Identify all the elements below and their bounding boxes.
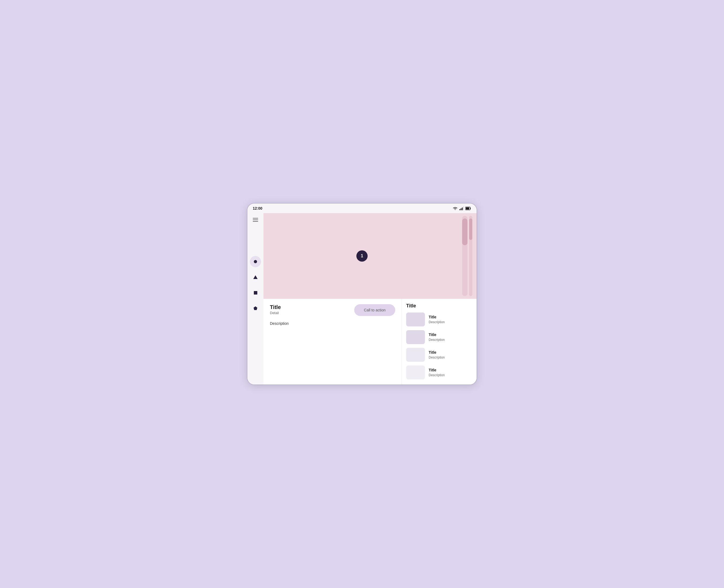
sidebar-item-triangle[interactable] bbox=[250, 272, 261, 283]
sidebar-nav bbox=[250, 256, 261, 314]
content-header: Title Detail Call to action bbox=[270, 304, 395, 316]
status-time: 12:00 bbox=[253, 206, 262, 210]
list-item-thumb-2 bbox=[406, 330, 425, 344]
menu-bar-3 bbox=[253, 221, 258, 222]
list-item-desc-2: Description bbox=[429, 338, 445, 342]
content-title-block: Title Detail bbox=[270, 304, 281, 315]
sidebar-item-square[interactable] bbox=[250, 287, 261, 298]
list-item: Title Description bbox=[406, 313, 472, 327]
list-item-desc-3: Description bbox=[429, 356, 445, 359]
menu-bar-2 bbox=[253, 219, 258, 220]
device-frame: 12:00 bbox=[247, 203, 477, 385]
list-item-title-4: Title bbox=[429, 368, 445, 372]
list-item-desc-4: Description bbox=[429, 373, 445, 377]
menu-button[interactable] bbox=[251, 216, 260, 224]
hero-badge: 1 bbox=[356, 250, 368, 261]
scrollbar-track-2[interactable] bbox=[469, 216, 472, 296]
main-content: 1 Title Det bbox=[248, 213, 476, 384]
list-item-title-2: Title bbox=[429, 333, 445, 337]
hero-main: 1 bbox=[263, 213, 461, 299]
sidebar-list-title: Title bbox=[406, 303, 472, 309]
svg-rect-1 bbox=[461, 208, 462, 210]
right-panel: 1 Title Det bbox=[263, 213, 476, 384]
circle-icon bbox=[254, 260, 257, 263]
list-item-thumb-4 bbox=[406, 365, 425, 379]
wifi-icon bbox=[452, 206, 458, 210]
status-bar: 12:00 bbox=[248, 204, 476, 213]
list-item-thumb-1 bbox=[406, 313, 425, 327]
right-sidebar: Title Title Description Title Descriptio… bbox=[402, 299, 476, 384]
sidebar bbox=[248, 213, 263, 384]
svg-rect-3 bbox=[463, 206, 464, 210]
list-item: Title Description bbox=[406, 365, 472, 379]
svg-rect-2 bbox=[462, 208, 463, 210]
scrollbar-thumb-1 bbox=[462, 218, 468, 245]
hero-scrollbar-area bbox=[461, 213, 476, 299]
menu-bar-1 bbox=[253, 218, 258, 218]
battery-icon bbox=[465, 207, 471, 210]
svg-rect-0 bbox=[460, 209, 460, 210]
content-area: Title Detail Call to action Description … bbox=[263, 299, 476, 384]
cta-button[interactable]: Call to action bbox=[354, 304, 395, 316]
list-item-info-1: Title Description bbox=[429, 315, 445, 324]
list-item-info-2: Title Description bbox=[429, 333, 445, 342]
list-item-info-4: Title Description bbox=[429, 368, 445, 377]
list-item: Title Description bbox=[406, 348, 472, 362]
sidebar-item-pentagon[interactable] bbox=[250, 302, 261, 314]
list-item: Title Description bbox=[406, 330, 472, 344]
list-item-title-1: Title bbox=[429, 315, 445, 319]
content-detail: Detail bbox=[270, 311, 281, 315]
scrollbar-track-1[interactable] bbox=[462, 216, 468, 296]
sidebar-item-circle[interactable] bbox=[250, 256, 261, 267]
svg-rect-5 bbox=[466, 207, 469, 209]
hero-area: 1 bbox=[263, 213, 476, 299]
content-description: Description bbox=[270, 321, 395, 326]
list-item-thumb-3 bbox=[406, 348, 425, 362]
list-item-info-3: Title Description bbox=[429, 350, 445, 359]
status-icons bbox=[452, 206, 471, 210]
signal-icon bbox=[460, 206, 464, 210]
scrollbar-thumb-2 bbox=[469, 218, 472, 240]
square-icon bbox=[254, 291, 257, 295]
left-content: Title Detail Call to action Description bbox=[263, 299, 402, 384]
pentagon-icon bbox=[254, 306, 257, 310]
content-title: Title bbox=[270, 304, 281, 310]
list-item-desc-1: Description bbox=[429, 320, 445, 324]
list-item-title-3: Title bbox=[429, 350, 445, 355]
triangle-icon bbox=[253, 275, 258, 279]
